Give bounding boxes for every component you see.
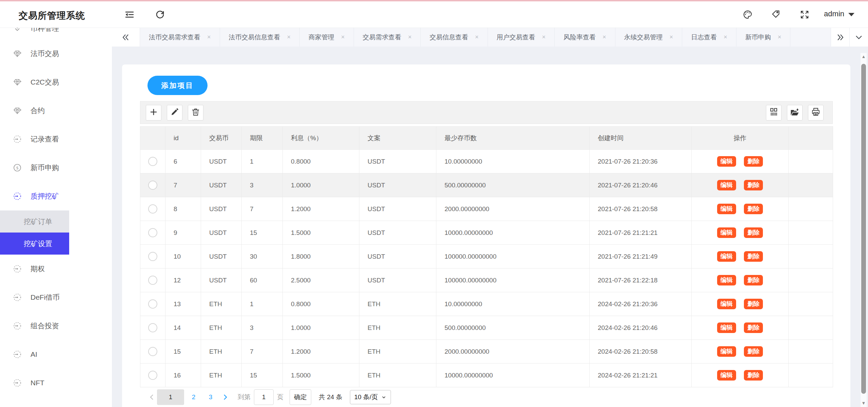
vertical-scrollbar[interactable]: ▲ ▼	[861, 53, 867, 407]
row-radio[interactable]	[148, 204, 157, 214]
tab-item[interactable]: 风险率查看 ×	[555, 28, 615, 47]
add-project-button[interactable]: 添加项目	[147, 76, 208, 95]
tabs-scroll-left-button[interactable]	[112, 28, 140, 47]
row-radio[interactable]	[148, 252, 157, 261]
tab-item[interactable]: 交易信息查看 ×	[421, 28, 488, 47]
edit-button[interactable]: 编辑	[717, 275, 736, 285]
row-radio[interactable]	[148, 347, 157, 356]
tab-close-icon[interactable]: ×	[475, 34, 479, 41]
row-radio[interactable]	[148, 299, 157, 309]
scroll-down-arrow-icon[interactable]: ▼	[861, 400, 867, 406]
delete-button[interactable]: 删除	[744, 299, 763, 309]
sidebar-subitem[interactable]: 挖矿订单	[0, 210, 69, 233]
edit-button[interactable]: 编辑	[717, 322, 736, 333]
edit-button[interactable]: 编辑	[717, 156, 736, 167]
sidebar-item[interactable]: AI	[0, 340, 112, 369]
columns-filter-button[interactable]	[766, 105, 782, 121]
user-menu[interactable]: admin	[824, 10, 854, 18]
tab-item[interactable]: 永续交易管理 ×	[615, 28, 683, 47]
delete-button[interactable]: 删除	[744, 156, 763, 167]
tab-item[interactable]: 法币交易信息查看 ×	[220, 28, 300, 47]
edit-button[interactable]: 编辑	[717, 251, 736, 262]
sidebar-item[interactable]: 法币交易	[0, 39, 112, 68]
delete-button[interactable]: 删除	[744, 251, 763, 262]
export-button[interactable]	[787, 105, 803, 121]
delete-button[interactable]: 删除	[744, 227, 763, 238]
edit-button[interactable]: 编辑	[717, 180, 736, 190]
page-number-button[interactable]: 2	[186, 389, 201, 405]
tab-item[interactable]: 日志查看 ×	[682, 28, 736, 47]
row-radio[interactable]	[148, 228, 157, 237]
delete-button[interactable]: 删除	[744, 322, 763, 333]
tab-close-icon[interactable]: ×	[670, 34, 673, 41]
tab-close-icon[interactable]: ×	[287, 34, 291, 41]
sidebar-item[interactable]: 组合投资	[0, 312, 112, 340]
sidebar-subitem[interactable]: 挖矿设置	[0, 233, 69, 255]
next-page-button[interactable]	[220, 394, 230, 401]
tab-close-icon[interactable]: ×	[207, 34, 211, 41]
page-number-button[interactable]: 1	[157, 389, 184, 405]
delete-button[interactable]: 删除	[744, 180, 763, 190]
sidebar-item[interactable]: DeFi借币	[0, 283, 112, 312]
tab-item[interactable]: 法币交易需求查看 ×	[140, 28, 220, 47]
page-number-button[interactable]: 3	[203, 389, 218, 405]
cell-copy: ETH	[359, 316, 436, 340]
edit-row-button[interactable]	[167, 105, 182, 121]
tab-close-icon[interactable]: ×	[341, 34, 345, 41]
row-radio[interactable]	[148, 371, 157, 380]
print-button[interactable]	[808, 105, 824, 121]
row-radio[interactable]	[148, 157, 157, 166]
edit-button[interactable]: 编辑	[717, 299, 736, 309]
cell-created-at: 2024-02-26 21:21:21	[590, 364, 692, 387]
sidebar-item[interactable]: 合约	[0, 96, 112, 125]
delete-row-button[interactable]	[188, 105, 203, 121]
cell-min-deposit: 2000.00000000	[436, 340, 590, 364]
tab-close-icon[interactable]: ×	[724, 34, 727, 41]
delete-button[interactable]: 删除	[744, 275, 763, 285]
confirm-button[interactable]: 确定	[290, 389, 311, 405]
edit-button[interactable]: 编辑	[717, 370, 736, 381]
cell-interest: 1.5000	[283, 364, 359, 387]
tab-close-icon[interactable]: ×	[542, 34, 546, 41]
delete-button[interactable]: 删除	[744, 370, 763, 381]
row-radio[interactable]	[148, 323, 157, 332]
page-size-select[interactable]: 10 条/页	[350, 390, 391, 404]
palette-icon[interactable]	[743, 10, 753, 20]
sidebar-item[interactable]: $ 新币申购	[0, 153, 112, 182]
sidebar-item[interactable]: 记录查看	[0, 125, 112, 153]
tab-close-icon[interactable]: ×	[778, 34, 782, 41]
tabs-menu-button[interactable]	[849, 28, 868, 47]
tab-item[interactable]: 交易需求查看 ×	[354, 28, 421, 47]
tabs-scroll-right-button[interactable]	[831, 28, 849, 47]
cell-copy: ETH	[359, 292, 436, 316]
sidebar-item[interactable]: 质押挖矿	[0, 182, 112, 210]
tag-icon[interactable]	[771, 10, 781, 20]
row-radio[interactable]	[148, 276, 157, 285]
plus-icon	[149, 107, 159, 118]
tab-item[interactable]: 新币申购 ×	[736, 28, 791, 47]
row-radio[interactable]	[148, 181, 157, 190]
prev-page-button[interactable]	[147, 394, 157, 401]
fullscreen-icon[interactable]	[800, 10, 810, 20]
add-row-button[interactable]	[146, 105, 161, 121]
sidebar-item[interactable]: C2C交易	[0, 68, 112, 96]
collapse-menu-icon[interactable]	[124, 10, 135, 20]
sidebar-item-label: 法币交易	[31, 49, 59, 58]
sidebar-item[interactable]: 币种管理	[0, 28, 112, 35]
edit-button[interactable]: 编辑	[717, 346, 736, 357]
edit-button[interactable]: 编辑	[717, 204, 736, 214]
sidebar-item[interactable]: 期权	[0, 255, 112, 283]
scroll-up-arrow-icon[interactable]: ▲	[861, 54, 867, 60]
sidebar-item[interactable]: NFT	[0, 369, 112, 397]
cell-term: 1	[242, 150, 283, 173]
goto-page-input[interactable]	[254, 389, 274, 405]
edit-button[interactable]: 编辑	[717, 227, 736, 238]
refresh-icon[interactable]	[155, 10, 165, 20]
tab-close-icon[interactable]: ×	[408, 34, 412, 41]
scrollbar-thumb[interactable]	[861, 64, 866, 394]
tab-item[interactable]: 商家管理 ×	[300, 28, 354, 47]
delete-button[interactable]: 删除	[744, 346, 763, 357]
tab-close-icon[interactable]: ×	[603, 34, 606, 41]
tab-item[interactable]: 用户交易查看 ×	[488, 28, 555, 47]
delete-button[interactable]: 删除	[744, 204, 763, 214]
